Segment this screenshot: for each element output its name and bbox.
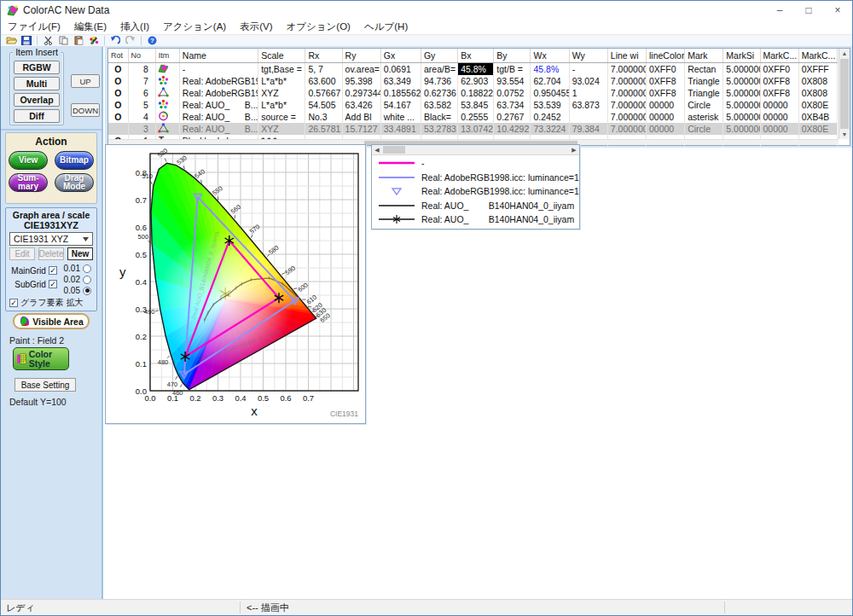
maingrid-checkbox[interactable]: ✓ (49, 266, 57, 275)
action-bitmap-button[interactable]: Bitmap (55, 151, 94, 170)
column-header-Wx[interactable]: Wx (531, 49, 569, 62)
action-title: Action (6, 136, 96, 148)
gamut-icon (19, 316, 30, 327)
item-table: RotNoItmNameScaleRxRyGxGyBxByWxWyLine wi… (107, 48, 850, 146)
column-header-Rx[interactable]: Rx (305, 49, 342, 62)
column-header-MarkSi[interactable]: MarkSi (723, 49, 760, 62)
rgbw-button[interactable]: RGBW (14, 61, 60, 74)
color-style-label: Color Style (29, 350, 65, 368)
delete-button[interactable]: Delete (38, 247, 64, 260)
grid-step-radio-0.05[interactable] (83, 287, 91, 295)
up-button[interactable]: UP (71, 74, 100, 88)
zoom-elements-label: グラフ要素 拡大 (20, 297, 83, 309)
column-header-MarkC...[interactable]: MarkC... (760, 49, 798, 62)
svg-text:0.4: 0.4 (136, 277, 147, 287)
column-header-By[interactable]: By (494, 49, 531, 62)
svg-text:0.6: 0.6 (280, 393, 291, 403)
svg-text:0.1: 0.1 (167, 393, 178, 403)
column-header-Ry[interactable]: Ry (342, 49, 380, 62)
blue-triangle-icon (372, 186, 421, 196)
table-row[interactable]: O5Real: AUO_ B...L*a*b*54.50563.42654.16… (108, 99, 838, 111)
svg-text:0.7: 0.7 (136, 195, 147, 205)
color-style-button[interactable]: Color Style (13, 347, 69, 370)
legend-label: Real: AdobeRGB1998.icc: luminance=1 (421, 172, 579, 183)
column-header-lineColor[interactable]: lineColor (646, 49, 684, 62)
maximize-button[interactable]: □ (794, 1, 823, 20)
chromaticity-graph-window[interactable]: 4604704804905005105205305405505605705805… (105, 144, 366, 424)
legend-entry[interactable]: Real: AUO_ B140HAN04_0_iiyam (372, 199, 579, 213)
cie1931-chart[interactable]: 4604704804905005105205305405505605705805… (106, 145, 365, 423)
redo-icon[interactable] (124, 35, 137, 46)
svg-text:y: y (119, 264, 126, 279)
cut-icon[interactable] (41, 35, 55, 46)
scale-dropdown-value: CIE1931 XYZ (14, 234, 68, 244)
diff-button[interactable]: Diff (14, 109, 60, 123)
edit-button[interactable]: Edit (9, 247, 35, 260)
menu-item-0[interactable]: ファイル(F) (1, 20, 67, 34)
subgrid-label: SubGrid (15, 280, 46, 289)
menu-item-3[interactable]: アクション(A) (156, 20, 233, 34)
legend-entry[interactable]: Real: AdobeRGB1998.icc: luminance=1 (372, 171, 579, 185)
column-header-Mark[interactable]: Mark (685, 49, 723, 62)
new-button[interactable]: New (67, 247, 93, 260)
minimize-button[interactable]: – (765, 1, 794, 20)
column-header-Rot[interactable]: Rot (108, 49, 128, 62)
blue-line-icon (372, 172, 421, 183)
undo-icon[interactable] (108, 35, 122, 46)
subgrid-checkbox[interactable]: ✓ (49, 280, 57, 288)
down-button[interactable]: DOWN (71, 103, 100, 117)
maingrid-label: MainGrid (11, 266, 46, 276)
app-icon (6, 4, 20, 16)
color-icon[interactable] (87, 35, 101, 46)
help-icon[interactable]: ? (145, 35, 159, 46)
action-summary-button[interactable]: Sum- mary (9, 173, 48, 192)
table-row[interactable]: O8-tgt,Base =5, 7ov.area=0.0691area/B=45… (108, 62, 838, 75)
menu-item-4[interactable]: 表示(V) (233, 20, 279, 34)
menu-item-2[interactable]: 挿入(I) (113, 20, 156, 34)
column-header-No[interactable]: No (128, 49, 155, 62)
copy-icon[interactable] (56, 35, 70, 46)
title-bar: ColorAC New Data – □ × (1, 1, 852, 20)
column-header-Itm[interactable]: Itm (155, 49, 179, 62)
column-header-MarkC...[interactable]: MarkC... (798, 49, 837, 62)
open-icon[interactable] (4, 35, 18, 46)
svg-text:500: 500 (138, 233, 149, 241)
item-insert-group: Item Insert RGBW Multi Overlap Diff (9, 52, 64, 125)
multi-button[interactable]: Multi (14, 77, 60, 90)
legend-entry[interactable]: - (372, 156, 579, 171)
table-row[interactable]: O7Real: AdobeRGB19...L*a*b*63.60095.3986… (108, 75, 838, 87)
table-vertical-scrollbar[interactable]: ▲ ▼ (838, 49, 850, 139)
legend-entry[interactable]: Real: AUO_ B140HAN04_0_iiyam (372, 212, 579, 227)
column-header-Gy[interactable]: Gy (421, 49, 457, 62)
legend-entry[interactable]: Real: AdobeRGB1998.icc: luminance=1 (372, 184, 579, 199)
close-button[interactable]: × (823, 1, 852, 20)
table-row[interactable]: O6Real: AdobeRGB19...XYZ0.576670.2973440… (108, 87, 838, 99)
column-header-Scale[interactable]: Scale (258, 49, 305, 62)
column-header-Line wi[interactable]: Line wi (607, 49, 646, 62)
scale-dropdown[interactable]: CIE1931 XYZ (9, 232, 93, 246)
column-header-Name[interactable]: Name (179, 49, 258, 62)
menu-item-6[interactable]: ヘルプ(H) (357, 20, 415, 34)
menu-bar: ファイル(F)編集(E)挿入(I)アクション(A)表示(V)オプション(O)ヘル… (1, 20, 852, 35)
zoom-elements-checkbox[interactable]: ✓ (9, 299, 18, 307)
visible-area-button[interactable]: Visible Area (13, 313, 90, 329)
base-setting-button[interactable]: Base Setting (15, 378, 76, 392)
column-header-Bx[interactable]: Bx (458, 49, 494, 62)
menu-item-1[interactable]: 編集(E) (67, 20, 113, 34)
legend-scrollbar[interactable]: ◀ ▶ (372, 145, 579, 155)
grid-step-radio-0.01[interactable] (83, 264, 91, 273)
column-header-Gx[interactable]: Gx (380, 49, 421, 62)
toolbar: ? (1, 35, 852, 47)
table-row[interactable]: O4Real: AUO_ B...source =No.3Add Blwhite… (108, 111, 838, 123)
action-dragmode-button[interactable]: Drag Mode (55, 173, 94, 192)
overlap-button[interactable]: Overlap (14, 93, 60, 107)
status-bar: レディ <-- 描画中 (1, 599, 852, 615)
paste-icon[interactable] (72, 35, 85, 46)
grid-step-radio-0.02[interactable] (83, 276, 91, 284)
table-row[interactable]: 3Real: AUO_ B...XYZ26.578115.712733.4891… (108, 123, 838, 135)
colorac-window: ColorAC New Data – □ × ファイル(F)編集(E)挿入(I)… (0, 0, 853, 616)
menu-item-5[interactable]: オプション(O) (280, 20, 357, 34)
action-view-button[interactable]: View (9, 151, 48, 170)
save-icon[interactable] (20, 35, 33, 46)
column-header-Wy[interactable]: Wy (569, 49, 607, 62)
